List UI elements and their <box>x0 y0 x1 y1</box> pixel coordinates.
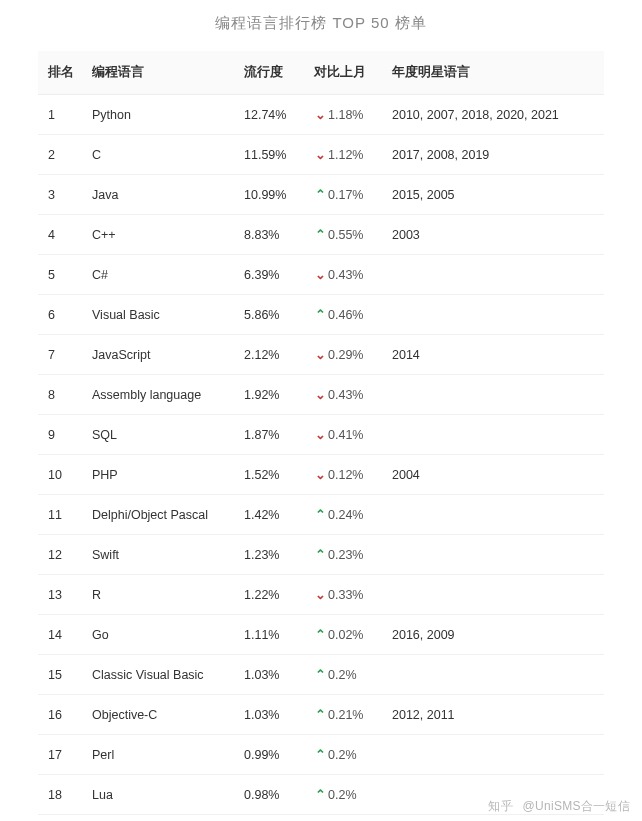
cell-language: Assembly language <box>84 375 236 415</box>
table-row: 4C++8.83%⌃0.55%2003 <box>38 215 604 255</box>
cell-year_star <box>384 495 604 535</box>
cell-change: ⌃0.17% <box>306 175 384 215</box>
change-value: 0.2% <box>328 748 357 762</box>
cell-change: ⌃0.2% <box>306 655 384 695</box>
cell-rank: 17 <box>38 735 84 775</box>
cell-popularity: 1.03% <box>236 655 306 695</box>
cell-change: ⌃0.55% <box>306 215 384 255</box>
table-header-row: 排名 编程语言 流行度 对比上月 年度明星语言 <box>38 51 604 95</box>
cell-popularity: 8.83% <box>236 215 306 255</box>
cell-change: ⌃0.02% <box>306 615 384 655</box>
cell-change: ⌄0.41% <box>306 415 384 455</box>
table-row: 11Delphi/Object Pascal1.42%⌃0.24% <box>38 495 604 535</box>
cell-popularity: 6.39% <box>236 255 306 295</box>
cell-year_star: 2006 <box>384 815 604 822</box>
table-row: 17Perl0.99%⌃0.2% <box>38 735 604 775</box>
cell-rank: 9 <box>38 415 84 455</box>
table-row: 1Python12.74%⌄1.18%2010, 2007, 2018, 202… <box>38 95 604 135</box>
cell-change: ⌃0.23% <box>306 535 384 575</box>
change-value: 0.24% <box>328 508 363 522</box>
cell-language: Ruby <box>84 815 236 822</box>
cell-year_star <box>384 655 604 695</box>
cell-year_star: 2010, 2007, 2018, 2020, 2021 <box>384 95 604 135</box>
watermark: 知乎 @UniSMS合一短信 <box>488 798 630 815</box>
cell-rank: 15 <box>38 655 84 695</box>
table-row: 6Visual Basic5.86%⌃0.46% <box>38 295 604 335</box>
change-value: 0.02% <box>328 628 363 642</box>
table-row: 2C11.59%⌄1.12%2017, 2008, 2019 <box>38 135 604 175</box>
cell-popularity: 0.86% <box>236 815 306 822</box>
table-row: 7JavaScript2.12%⌄0.29%2014 <box>38 335 604 375</box>
cell-year_star: 2017, 2008, 2019 <box>384 135 604 175</box>
cell-popularity: 1.23% <box>236 535 306 575</box>
cell-popularity: 11.59% <box>236 135 306 175</box>
cell-year_star: 2003 <box>384 215 604 255</box>
cell-language: C# <box>84 255 236 295</box>
arrow-down-icon: ⌄ <box>314 467 326 482</box>
cell-change: ⌄1.12% <box>306 135 384 175</box>
cell-change: ⌃0.21% <box>306 695 384 735</box>
arrow-down-icon: ⌄ <box>314 427 326 442</box>
cell-change: ⌄0.43% <box>306 255 384 295</box>
change-value: 0.21% <box>328 708 363 722</box>
arrow-up-icon: ⌃ <box>314 627 326 642</box>
cell-language: Perl <box>84 735 236 775</box>
cell-rank: 6 <box>38 295 84 335</box>
cell-language: Classic Visual Basic <box>84 655 236 695</box>
cell-popularity: 5.86% <box>236 295 306 335</box>
cell-popularity: 1.52% <box>236 455 306 495</box>
cell-language: C++ <box>84 215 236 255</box>
col-change-header: 对比上月 <box>306 51 384 95</box>
cell-change: ⌃0.2% <box>306 735 384 775</box>
cell-rank: 11 <box>38 495 84 535</box>
arrow-up-icon: ⌃ <box>314 307 326 322</box>
cell-rank: 19 <box>38 815 84 822</box>
table-row: 5C#6.39%⌄0.43% <box>38 255 604 295</box>
cell-rank: 14 <box>38 615 84 655</box>
cell-year_star <box>384 415 604 455</box>
cell-change: ⌄0.29% <box>306 335 384 375</box>
arrow-down-icon: ⌄ <box>314 587 326 602</box>
cell-popularity: 1.03% <box>236 695 306 735</box>
table-row: 10PHP1.52%⌄0.12%2004 <box>38 455 604 495</box>
change-value: 0.2% <box>328 668 357 682</box>
cell-year_star: 2012, 2011 <box>384 695 604 735</box>
cell-year_star <box>384 295 604 335</box>
arrow-down-icon: ⌄ <box>314 147 326 162</box>
change-value: 0.12% <box>328 468 363 482</box>
cell-language: Delphi/Object Pascal <box>84 495 236 535</box>
cell-rank: 10 <box>38 455 84 495</box>
cell-change: ⌄0.12% <box>306 455 384 495</box>
cell-year_star <box>384 535 604 575</box>
table-row: 8Assembly language1.92%⌄0.43% <box>38 375 604 415</box>
cell-language: Swift <box>84 535 236 575</box>
cell-year_star: 2015, 2005 <box>384 175 604 215</box>
cell-year_star <box>384 735 604 775</box>
cell-year_star: 2016, 2009 <box>384 615 604 655</box>
arrow-down-icon: ⌄ <box>314 267 326 282</box>
change-value: 0.55% <box>328 228 363 242</box>
change-value: 0.23% <box>328 548 363 562</box>
table-row: 14Go1.11%⌃0.02%2016, 2009 <box>38 615 604 655</box>
cell-year_star <box>384 255 604 295</box>
table-row: 13R1.22%⌄0.33% <box>38 575 604 615</box>
cell-rank: 3 <box>38 175 84 215</box>
arrow-up-icon: ⌃ <box>314 227 326 242</box>
table-wrap: 排名 编程语言 流行度 对比上月 年度明星语言 1Python12.74%⌄1.… <box>0 51 642 821</box>
cell-popularity: 1.92% <box>236 375 306 415</box>
cell-popularity: 1.11% <box>236 615 306 655</box>
arrow-up-icon: ⌃ <box>314 507 326 522</box>
page-title: 编程语言排行榜 TOP 50 榜单 <box>0 0 642 51</box>
cell-year_star <box>384 575 604 615</box>
cell-language: JavaScript <box>84 335 236 375</box>
cell-popularity: 1.87% <box>236 415 306 455</box>
arrow-down-icon: ⌄ <box>314 387 326 402</box>
cell-rank: 8 <box>38 375 84 415</box>
change-value: 0.17% <box>328 188 363 202</box>
cell-rank: 2 <box>38 135 84 175</box>
table-row: 9SQL1.87%⌄0.41% <box>38 415 604 455</box>
change-value: 0.29% <box>328 348 363 362</box>
cell-language: PHP <box>84 455 236 495</box>
arrow-up-icon: ⌃ <box>314 547 326 562</box>
cell-language: Python <box>84 95 236 135</box>
